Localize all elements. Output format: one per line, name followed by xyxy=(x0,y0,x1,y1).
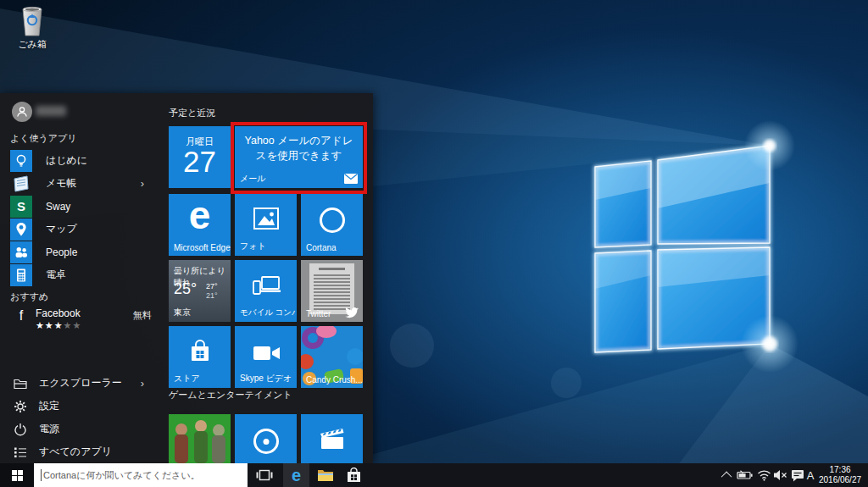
menu-item-label: 設定 xyxy=(39,399,59,413)
person-icon xyxy=(15,105,29,119)
menu-item-get-started[interactable]: はじめに xyxy=(0,149,168,172)
windows-desktop: ごみ箱 よく使うアプリ はじめに メモ帳 › S xyxy=(0,0,868,487)
windows-logo-icon xyxy=(12,470,23,481)
folder-icon xyxy=(13,376,28,391)
tile-label: ストア xyxy=(174,373,200,385)
tile-photos[interactable]: フォト xyxy=(235,194,297,256)
tile-movies-tv[interactable] xyxy=(301,414,363,463)
calendar-day: 27 xyxy=(169,145,231,179)
taskbar-edge-button[interactable]: e xyxy=(283,463,309,487)
menu-item-notepad[interactable]: メモ帳 › xyxy=(0,172,168,195)
tiles-section1-header: 予定と近況 xyxy=(169,107,215,119)
weather-low: 21° xyxy=(206,291,218,300)
tile-candy-crush[interactable]: Candy Crush... xyxy=(301,326,363,388)
tile-xbox-avatars[interactable] xyxy=(169,414,231,463)
tile-mobile-companion[interactable]: モバイル コンパ... xyxy=(235,260,297,322)
avatar-figures xyxy=(169,414,231,463)
user-avatar[interactable] xyxy=(12,102,32,122)
menu-item-label: エクスプローラー xyxy=(39,376,122,390)
tile-label: Skype ビデオ xyxy=(240,373,292,385)
volume-status[interactable] xyxy=(771,463,790,487)
photos-icon xyxy=(253,208,279,230)
clapperboard-icon xyxy=(320,428,345,450)
suggested-header: おすすめ xyxy=(10,291,48,303)
task-view-icon xyxy=(256,469,273,481)
menu-item-label: マップ xyxy=(46,222,77,236)
tile-calendar[interactable]: 月曜日 27 xyxy=(169,126,231,188)
tile-label: モバイル コンパ... xyxy=(240,307,297,318)
recycle-bin-icon xyxy=(8,5,56,37)
menu-item-explorer[interactable]: エクスプローラー › xyxy=(0,372,168,395)
menu-item-label: はじめに xyxy=(46,153,87,168)
edge-icon: e xyxy=(292,463,301,487)
map-pin-icon xyxy=(10,219,32,241)
battery-icon xyxy=(737,470,754,480)
menu-item-people[interactable]: People xyxy=(0,241,168,263)
phone-laptop-icon xyxy=(252,275,281,297)
tile-weather[interactable]: 曇り所により晴れ 25° 27° 21° 東京 xyxy=(169,260,231,322)
gear-icon xyxy=(13,399,28,414)
chevron-up-icon xyxy=(721,471,732,482)
people-icon xyxy=(10,241,32,263)
tile-label: Twitter xyxy=(306,309,331,318)
tile-mail[interactable]: Yahoo メールのアドレスを使用できます メール xyxy=(235,126,363,188)
menu-item-maps[interactable]: マップ xyxy=(0,218,168,241)
tile-cortana[interactable]: Cortana xyxy=(301,194,363,256)
store-bag-icon xyxy=(189,340,211,363)
mail-tile-label: メール xyxy=(240,173,265,185)
tile-label: Candy Crush... xyxy=(306,375,363,385)
menu-item-label: 電卓 xyxy=(46,268,66,282)
tile-label: Cortana xyxy=(306,243,337,252)
taskbar-explorer-button[interactable] xyxy=(312,463,338,487)
menu-item-settings[interactable]: 設定 xyxy=(0,395,168,418)
text-caret xyxy=(41,469,42,481)
envelope-icon xyxy=(344,174,358,184)
mail-tile-message: Yahoo メールのアドレスを使用できます xyxy=(242,134,356,163)
wifi-icon xyxy=(757,469,771,481)
menu-item-label: Sway xyxy=(46,201,70,213)
suggested-app-name: Facebook xyxy=(36,307,81,319)
tiles-section2-header: ゲームとエンターテイメント xyxy=(169,389,292,401)
menu-item-label: すべてのアプリ xyxy=(39,445,112,459)
menu-item-calculator[interactable]: 電卓 xyxy=(0,263,168,286)
menu-item-label: 電源 xyxy=(39,422,59,436)
facebook-icon: f xyxy=(10,305,32,327)
tray-expand-button[interactable] xyxy=(721,463,734,487)
weather-high: 27° xyxy=(206,282,218,291)
clock-time: 17:36 xyxy=(815,465,865,475)
task-view-button[interactable] xyxy=(252,463,277,487)
speaker-muted-icon xyxy=(773,469,788,481)
tile-skype-video[interactable]: Skype ビデオ xyxy=(235,326,297,388)
tile-label: Microsoft Edge xyxy=(174,243,231,252)
menu-item-sway[interactable]: S Sway xyxy=(0,195,168,218)
start-button[interactable] xyxy=(0,463,34,487)
recycle-bin-label: ごみ箱 xyxy=(8,38,56,51)
weather-city: 東京 xyxy=(174,307,191,318)
file-explorer-icon xyxy=(317,468,334,482)
most-used-header: よく使うアプリ xyxy=(10,132,77,145)
tile-store[interactable]: ストア xyxy=(169,326,231,388)
search-input[interactable]: Cortanaに何か聞いてみてください。 xyxy=(34,463,248,487)
recycle-bin[interactable]: ごみ箱 xyxy=(8,5,56,51)
tile-groove-music[interactable] xyxy=(235,414,297,463)
video-camera-icon xyxy=(253,345,281,362)
menu-item-all-apps[interactable]: すべてのアプリ xyxy=(0,440,168,463)
action-center-icon xyxy=(791,469,804,482)
chevron-right-icon[interactable]: › xyxy=(141,377,144,390)
menu-item-power[interactable]: 電源 xyxy=(0,418,168,440)
rating-stars: ★★★★★ xyxy=(36,320,81,331)
tile-label: フォト xyxy=(240,241,266,252)
taskbar-store-button[interactable] xyxy=(341,463,367,487)
battery-status[interactable] xyxy=(736,463,754,487)
taskbar-clock[interactable]: 17:36 2016/06/27 xyxy=(815,465,865,485)
store-icon xyxy=(347,468,361,483)
network-status[interactable] xyxy=(755,463,772,487)
tile-microsoft-edge[interactable]: e Microsoft Edge xyxy=(169,194,231,256)
chevron-right-icon[interactable]: › xyxy=(141,177,144,190)
sway-icon: S xyxy=(10,196,32,218)
weather-temp: 25° xyxy=(174,280,197,298)
search-placeholder: Cortanaに何か聞いてみてください。 xyxy=(43,463,200,487)
tile-twitter[interactable]: Twitter xyxy=(301,260,363,322)
price-label: 無料 xyxy=(133,309,152,322)
all-apps-icon xyxy=(13,445,28,460)
